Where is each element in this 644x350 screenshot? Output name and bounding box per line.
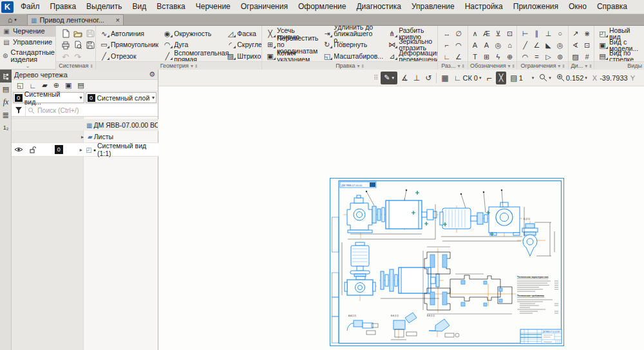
dialog-launcher-icon[interactable]: ‖ [589,63,591,69]
ribbon-collapse-chevron[interactable]: ⌄ [0,64,55,70]
drawing-tree-tab[interactable] [0,70,12,83]
tree-row-system-view[interactable]: 0 ▸ ◰ ● Системный вид (1:1) [12,142,158,157]
nav-tab-standard-parts[interactable]: ⊛ Стандартные изделия [0,48,55,64]
snap-mode-toggle[interactable]: ╳ [496,72,507,84]
grid-toggle-button[interactable]: ▦ [439,72,451,84]
radial-dimension-icon[interactable]: ∠ [453,51,464,61]
linear-dimension-icon[interactable]: ⌐ [441,39,453,51]
hatch-button[interactable]: ▨Штриховка [224,50,261,61]
zoom-tool-button[interactable]: ▾ [536,72,554,84]
view-by-arrow-button[interactable]: ▤Вид по стрелке [596,50,642,61]
alignment-constraint-icon[interactable]: ⊢ [520,28,531,39]
nav-tab-management[interactable]: ▤ Управление [0,37,55,48]
menu-window[interactable]: Окно [564,0,592,14]
tolerance-icon[interactable]: ⊻ [493,28,504,39]
dialog-launcher-icon[interactable]: ‖ [462,63,464,69]
arc-dimension-icon[interactable]: ◠ [453,39,464,51]
check-document-icon[interactable]: ⊡ [582,39,593,51]
collinear-constraint-icon[interactable]: ╱ [520,39,531,51]
gear-icon[interactable]: ⚙ [149,70,155,79]
construction-line-button[interactable]: ╱Вспомогательная прямая [161,50,223,61]
filter-button[interactable] [12,104,26,116]
current-layer-combo[interactable]: 0 Системный слой ▾ [86,92,157,103]
perpendicular-constraint-icon[interactable]: ⊥ [543,28,554,39]
view-layer-badge[interactable]: 0 [55,145,63,154]
coordinate-system-button[interactable]: ∟СК 0▾ [451,72,484,84]
designation-icon[interactable]: A [481,39,493,51]
menu-management[interactable]: Управление [406,0,460,14]
menu-help[interactable]: Справка [592,0,632,14]
fillet-button[interactable]: ◜Скругление [224,39,261,51]
circle-button[interactable]: ◉Окружность [161,28,223,39]
measure-angle-icon[interactable]: ∢ [570,39,582,51]
redo-button[interactable]: ↷ [71,51,84,61]
concentric-constraint-icon[interactable]: ◎ [554,39,566,51]
datum-icon[interactable]: A [469,39,481,51]
drawing-canvas[interactable]: ⠿ ✎▾ ∡ ⊥ ↺ ▦ ∟СК 0▾ ⌐ ╳ ▤1▾ ▾ 0.152▾ X-3… [158,70,644,350]
menu-insert[interactable]: Вставка [151,0,191,14]
nav-tab-drawing[interactable]: ▣ Черчение [0,26,55,37]
group-arrow-icon[interactable]: ▾ [357,63,360,69]
home-menu-button[interactable]: ⌂ ▾ [0,14,24,25]
position-icon[interactable]: ◎ [493,39,504,51]
fix-constraint-icon[interactable]: ◣ [543,39,554,51]
parallel-constraint-icon[interactable]: ∥ [531,28,543,39]
view-arrow-icon[interactable]: ⊡ [504,28,516,39]
tangent-constraint-icon[interactable]: ◠ [520,51,531,61]
variables-tab[interactable]: fx [0,95,12,108]
midpoint-constraint-icon[interactable]: ⊛ [554,51,566,61]
centerline-icon[interactable]: ⊕ [504,51,516,61]
tree-tool-cs-icon[interactable]: ∟ [29,82,36,90]
open-document-button[interactable] [71,28,84,39]
print-button[interactable] [59,39,71,51]
print-preview-button[interactable] [71,39,84,51]
expand-icon[interactable]: ▸ [80,147,85,153]
tree-tool-insert-icon[interactable]: ⊕ [53,81,59,90]
menu-drawing[interactable]: Черчение [191,0,236,14]
group-arrow-icon[interactable]: ▾ [508,63,511,69]
parameters-tab[interactable]: ▤ [0,83,12,95]
drawing-sheet[interactable]: ДМ ЯВВ-07.00.00 [329,177,565,347]
scale-button[interactable]: ◱Масштабиров... [321,50,384,61]
numbering-tab[interactable]: 1₂ [0,121,12,134]
rectangle-button[interactable]: ▭Прямоугольник [98,39,160,51]
eye-icon[interactable] [14,146,23,153]
menu-applications[interactable]: Приложения [508,0,564,14]
tree-row-sheets[interactable]: ▸ ▰ Листы [12,131,158,142]
angle-constraint-icon[interactable]: ∠ [531,39,543,51]
dialog-launcher-icon[interactable]: ‖ [513,63,515,69]
break-line-icon[interactable]: ϟ [493,51,504,61]
dialog-launcher-icon[interactable]: ‖ [90,63,92,69]
tab-document[interactable]: ▦ Привод ленточног... × [27,14,124,25]
layers-tab[interactable]: ≣ [0,108,12,121]
menu-select[interactable]: Выделить [81,0,127,14]
dialog-launcher-icon[interactable]: ‖ [195,63,197,69]
tree-tool-image-icon[interactable]: ▣ [65,81,71,90]
unlock-icon[interactable] [29,146,36,153]
tree-tool-sheet-icon[interactable]: ▤ [77,81,84,90]
auto-dimension-icon[interactable]: ↔ [441,28,453,39]
menu-view[interactable]: Вид [127,0,151,14]
autoline-button[interactable]: ∿Автолиния [98,28,160,39]
chamfer-button[interactable]: ◿Фаска [224,28,261,39]
new-document-button[interactable] [59,28,71,39]
measure-area-icon[interactable]: ▨ [570,51,582,61]
expand-icon[interactable]: ▸ [81,134,86,140]
angle-snap-button[interactable]: ∡ [399,72,411,84]
mark-icon[interactable]: ⌂ [504,39,516,51]
tree-tool-layer-icon[interactable]: ▰ [42,81,47,90]
measure-node-icon[interactable]: # [582,51,593,61]
roughness-icon[interactable]: ∧ [469,28,481,39]
zoom-scale-control[interactable]: 0.152▾ [554,72,590,84]
line-segment-button[interactable]: ╱Отрезок [98,50,160,61]
menu-settings[interactable]: Настройка [460,0,508,14]
save-button[interactable] [84,28,95,39]
menu-file[interactable]: Файл [15,0,45,14]
rotate-snap-button[interactable]: ↺ [422,72,434,84]
group-arrow-icon[interactable]: ▾ [191,63,193,69]
check-overlaps-icon[interactable]: ⋇ [582,28,593,39]
dialog-launcher-icon[interactable]: ‖ [362,63,364,69]
leader-icon[interactable]: Æ [481,28,493,39]
menu-edit[interactable]: Правка [45,0,82,14]
copy-by-point-button[interactable]: ▣Копия указанием [264,50,319,61]
